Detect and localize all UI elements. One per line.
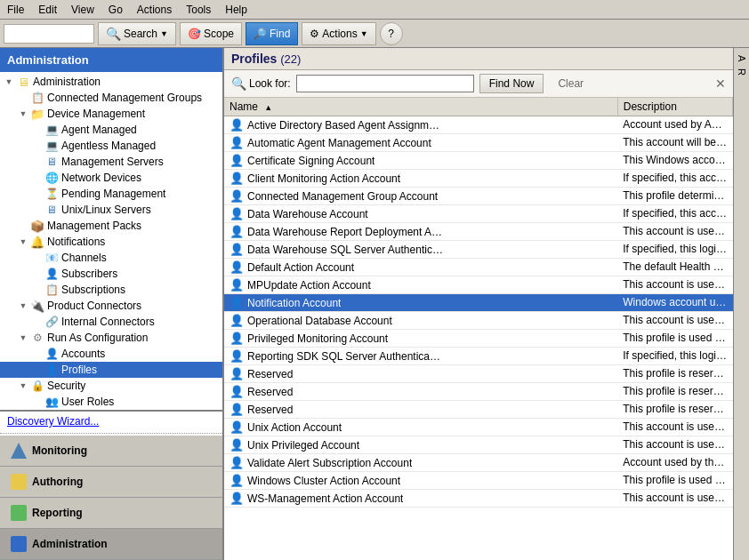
profiles-table: Name ▲ Description 👤 Active Directory Ba… [224, 98, 733, 508]
menu-help[interactable]: Help [218, 2, 254, 18]
table-row[interactable]: 👤 Data Warehouse Report Deployment Accou… [224, 223, 733, 241]
tree-node-mgmt-servers[interactable]: 🖥 Management Servers [0, 154, 222, 170]
close-search-button[interactable]: ✕ [715, 76, 726, 91]
tree-node-product-connectors[interactable]: ▼ 🔌 Product Connectors [0, 298, 222, 314]
menu-edit[interactable]: Edit [31, 2, 64, 18]
help-button[interactable]: ? [380, 22, 403, 45]
table-row[interactable]: 👤 MPUpdate Action Account This account i… [224, 276, 733, 294]
row-name-cell: 👤 Automatic Agent Management Account [224, 134, 617, 152]
row-profile-icon: 👤 [230, 367, 244, 380]
actions-button[interactable]: ⚙ Actions ▼ [302, 22, 375, 45]
table-row[interactable]: 👤 Unix Action Account This account is us… [224, 419, 733, 436]
tree-label-accounts: Accounts [61, 348, 105, 360]
scope-button[interactable]: 🎯 Scope [180, 22, 242, 45]
tree-node-device-mgmt[interactable]: ▼ 📁 Device Management [0, 106, 222, 122]
tree-toggle-product-connectors[interactable]: ▼ [16, 301, 30, 310]
table-row[interactable]: 👤 Default Action Account The default Hea… [224, 259, 733, 276]
col-header-name[interactable]: Name ▲ [224, 98, 617, 116]
tree-node-notifications[interactable]: ▼ 🔔 Notifications [0, 234, 222, 250]
clear-button[interactable]: Clear [549, 76, 592, 92]
tree-node-subscriptions[interactable]: 📋 Subscriptions [0, 282, 222, 298]
find-now-button[interactable]: Find Now [479, 74, 544, 93]
tree-node-user-roles[interactable]: 👥 User Roles [0, 394, 222, 410]
menu-go[interactable]: Go [101, 2, 130, 18]
menu-view[interactable]: View [64, 2, 101, 18]
row-profile-icon: 👤 [230, 332, 244, 345]
table-row[interactable]: 👤 Reserved This profile is reserved and … [224, 365, 733, 383]
look-for-input[interactable] [296, 75, 474, 92]
tree-node-admin[interactable]: ▼ 🖥 Administration [0, 74, 222, 90]
tree-toggle-security[interactable]: ▼ [16, 381, 30, 390]
tree-node-mgmt-packs[interactable]: 📦 Management Packs [0, 218, 222, 234]
row-name: Privileged Monitoring Account [247, 332, 388, 345]
menu-actions[interactable]: Actions [130, 2, 179, 18]
table-row[interactable]: 👤 Automatic Agent Management Account Thi… [224, 134, 733, 152]
tree-toggle-notifications[interactable]: ▼ [16, 237, 30, 246]
row-profile-icon: 👤 [230, 349, 244, 363]
row-description-cell: If specified, this account is used to ru… [617, 170, 732, 188]
tree-node-connected-mg[interactable]: 📋 Connected Management Groups [0, 90, 222, 106]
actions-icon: ⚙ [310, 28, 319, 40]
menu-file[interactable]: File [0, 2, 31, 18]
right-panel-header: Profiles (22) [224, 48, 733, 70]
toolbar: 🔍 Search ▼ 🎯 Scope 🔎 Find ⚙ Actions ▼ ? [0, 20, 749, 48]
row-name-cell: 👤 Reserved [224, 383, 617, 401]
tree-label-device-mgmt: Device Management [47, 108, 145, 120]
tree-node-internal-connectors[interactable]: 🔗 Internal Connectors [0, 314, 222, 330]
table-row[interactable]: 👤 Operational Database Account This acco… [224, 312, 733, 330]
table-row[interactable]: 👤 WS-Management Action Account This acco… [224, 490, 733, 508]
table-row[interactable]: 👤 Notification Account Windows account u… [224, 294, 733, 312]
tree-node-run-as-config[interactable]: ▼ ⚙ Run As Configuration [0, 330, 222, 346]
tree-node-channels[interactable]: 📧 Channels [0, 250, 222, 266]
find-button[interactable]: 🔎 Find [246, 22, 298, 45]
row-description-cell: This account is used by the MPUpdate not… [617, 276, 732, 294]
toolbar-search-input[interactable] [4, 25, 93, 43]
col-header-description[interactable]: Description [617, 98, 732, 116]
tree-node-pending-mgmt[interactable]: ⏳ Pending Management [0, 186, 222, 202]
row-description-cell: This account is used for WS-Management a… [617, 490, 732, 508]
discovery-wizard-link[interactable]: Discovery Wizard... [0, 412, 222, 431]
tree-node-security[interactable]: ▼ 🔒 Security [0, 378, 222, 394]
nav-administration[interactable]: Administration [0, 529, 222, 560]
table-row[interactable]: 👤 Active Directory Based Agent Assignmen… [224, 116, 733, 134]
table-row[interactable]: 👤 Connected Management Group Account Thi… [224, 188, 733, 205]
row-name: Data Warehouse Report Deployment Account [247, 226, 443, 238]
row-profile-icon: 👤 [230, 296, 244, 309]
row-name: Reserved [247, 386, 293, 398]
table-row[interactable]: 👤 Certificate Signing Account This Windo… [224, 152, 733, 170]
menu-tools[interactable]: Tools [179, 2, 218, 18]
tree-toggle-admin[interactable]: ▼ [2, 77, 16, 86]
table-row[interactable]: 👤 Privileged Monitoring Account This pro… [224, 330, 733, 348]
left-panel-header: Administration [0, 48, 222, 72]
table-row[interactable]: 👤 Validate Alert Subscription Account Ac… [224, 454, 733, 472]
table-row[interactable]: 👤 Windows Cluster Action Account This pr… [224, 472, 733, 490]
table-row[interactable]: 👤 Reporting SDK SQL Server Authenticatio… [224, 348, 733, 365]
nav-reporting[interactable]: Reporting [0, 498, 222, 529]
tree-label-connected-mg: Connected Management Groups [47, 92, 202, 104]
tree-container[interactable]: ▼ 🖥 Administration 📋 Connected Managemen… [0, 72, 222, 410]
tree-node-agentless[interactable]: 💻 Agentless Managed [0, 138, 222, 154]
side-tab-actions[interactable]: A [735, 52, 749, 65]
search-button[interactable]: 🔍 Search ▼ [98, 22, 176, 45]
row-description-cell: If specified, this login name and passwo… [617, 241, 732, 259]
side-tab-r[interactable]: R [735, 65, 749, 79]
row-name-cell: 👤 Reserved [224, 365, 617, 383]
table-row[interactable]: 👤 Data Warehouse SQL Server Authenticati… [224, 241, 733, 259]
tree-node-profiles[interactable]: 👤 Profiles [0, 362, 222, 378]
table-row[interactable]: 👤 Reserved This profile is reserved and … [224, 401, 733, 419]
table-row[interactable]: 👤 Reserved This profile is reserved and … [224, 383, 733, 401]
table-row[interactable]: 👤 Data Warehouse Account If specified, t… [224, 205, 733, 223]
profiles-table-container[interactable]: Name ▲ Description 👤 Active Directory Ba… [224, 98, 733, 560]
tree-node-network-devices[interactable]: 🌐 Network Devices [0, 170, 222, 186]
nav-monitoring[interactable]: Monitoring [0, 436, 222, 467]
tree-node-agent-managed[interactable]: 💻 Agent Managed [0, 122, 222, 138]
tree-node-accounts[interactable]: 👤 Accounts [0, 346, 222, 362]
tree-node-unix-linux[interactable]: 🖥 Unix/Linux Servers [0, 202, 222, 218]
nav-authoring[interactable]: Authoring [0, 467, 222, 498]
table-row[interactable]: 👤 Unix Privileged Account This account i… [224, 436, 733, 454]
row-description-cell: This Windows account is used for signing… [617, 152, 732, 170]
tree-node-subscribers[interactable]: 👤 Subscribers [0, 266, 222, 282]
table-row[interactable]: 👤 Client Monitoring Action Account If sp… [224, 170, 733, 188]
tree-toggle-device[interactable]: ▼ [16, 109, 30, 118]
tree-toggle-run-as[interactable]: ▼ [16, 333, 30, 342]
